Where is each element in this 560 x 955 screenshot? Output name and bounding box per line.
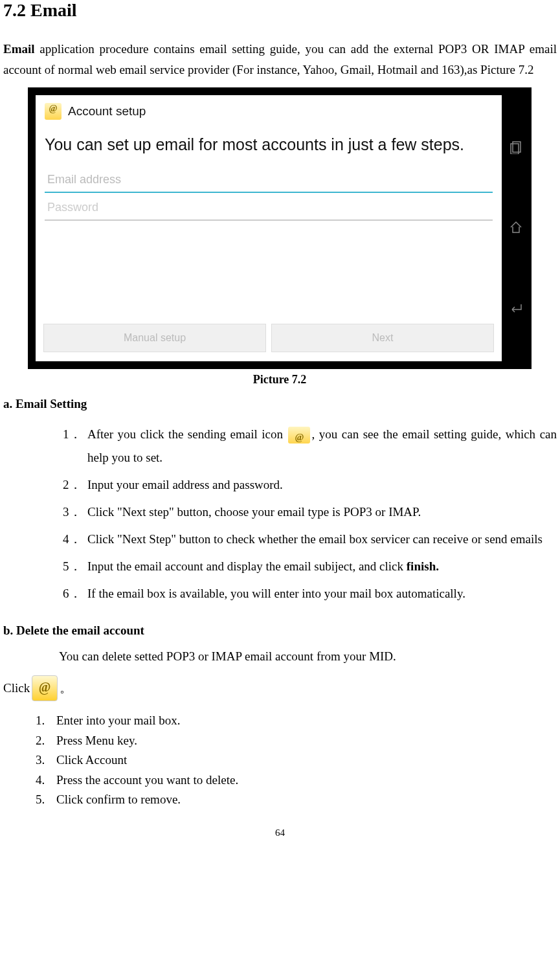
- item-text: Click "Next Step" button to check whethe…: [87, 532, 543, 546]
- list-item: 1. Enter into your mail box.: [36, 712, 557, 730]
- section-b-intro: You can delete setted POP3 or IMAP email…: [59, 649, 557, 664]
- password-input[interactable]: Password: [45, 196, 493, 221]
- manual-setup-button[interactable]: Manual setup: [43, 324, 266, 352]
- item-text-pre: Input the email account and display the …: [87, 559, 407, 573]
- item-number: 3．: [63, 500, 82, 524]
- item-text-pre: After you click the sending email icon: [87, 427, 287, 441]
- steps-a-list: 1． After you click the sending email ico…: [63, 423, 557, 606]
- phone-main-area: Account setup You can set up email for m…: [36, 95, 502, 361]
- item-number: 4.: [36, 771, 45, 790]
- list-item: 2. Press Menu key.: [36, 732, 557, 750]
- item-text: Enter into your mail box.: [56, 713, 181, 727]
- list-item: 3． Click "Next step" button, choose your…: [63, 500, 557, 524]
- list-item: 1． After you click the sending email ico…: [63, 423, 557, 469]
- phone-nav-bar: [502, 89, 530, 368]
- section-b-heading: b. Delete the email account: [3, 624, 557, 638]
- email-icon: [288, 427, 310, 444]
- phone-header: Account setup: [36, 95, 502, 128]
- item-text: Click Account: [56, 753, 127, 767]
- list-item: 5． Input the email account and display t…: [63, 555, 557, 578]
- click-after: 。: [60, 680, 72, 697]
- list-item: 4． Click "Next Step" button to check whe…: [63, 528, 557, 551]
- list-item: 6． If the email box is available, you wi…: [63, 582, 557, 605]
- item-number: 1．: [63, 423, 82, 446]
- item-number: 2.: [36, 732, 45, 750]
- list-item: 2． Input your email address and password…: [63, 473, 557, 497]
- item-number: 4．: [63, 528, 82, 551]
- item-number: 5.: [36, 791, 45, 809]
- phone-header-title: Account setup: [68, 104, 146, 118]
- steps-b-list: 1. Enter into your mail box. 2. Press Me…: [36, 712, 557, 809]
- email-app-icon: [32, 675, 58, 701]
- item-text: Click "Next step" button, choose your em…: [87, 505, 421, 519]
- list-item: 4. Press the account you want to delete.: [36, 771, 557, 790]
- click-text: Click: [3, 681, 30, 695]
- item-number: 2．: [63, 473, 82, 497]
- list-item: 3. Click Account: [36, 751, 557, 770]
- intro-rest: application procedure contains email set…: [3, 42, 557, 76]
- email-icon: [45, 103, 62, 120]
- account-setup-screenshot: Account setup You can set up email for m…: [28, 87, 532, 369]
- figure-caption: Picture 7.2: [28, 373, 532, 387]
- item-number: 5．: [63, 555, 82, 578]
- click-instruction: Click 。: [3, 675, 557, 701]
- back-icon[interactable]: [508, 300, 524, 316]
- item-number: 1.: [36, 712, 45, 730]
- next-button[interactable]: Next: [271, 324, 494, 352]
- item-number: 3.: [36, 751, 45, 770]
- section-a-heading: a. Email Setting: [3, 397, 557, 411]
- section-heading: 7.2 Email: [3, 0, 557, 21]
- item-number: 6．: [63, 582, 82, 605]
- item-text-bold: finish.: [407, 559, 439, 573]
- item-text: Press the account you want to delete.: [56, 773, 238, 787]
- phone-buttons: Manual setup Next: [36, 317, 502, 361]
- item-text: Click confirm to remove.: [56, 792, 181, 806]
- list-item: 5. Click confirm to remove.: [36, 791, 557, 809]
- phone-heading: You can set up email for most accounts i…: [36, 128, 502, 168]
- page-number: 64: [3, 827, 557, 838]
- item-text: If the email box is available, you will …: [87, 587, 465, 600]
- email-input[interactable]: Email address: [45, 168, 493, 193]
- home-icon[interactable]: [508, 220, 524, 236]
- item-text: Press Menu key.: [56, 734, 137, 747]
- recent-apps-icon[interactable]: [508, 140, 524, 155]
- intro-paragraph: Email application procedure contains ema…: [3, 39, 557, 81]
- item-text: Input your email address and password.: [87, 478, 283, 491]
- intro-bold: Email: [3, 42, 35, 56]
